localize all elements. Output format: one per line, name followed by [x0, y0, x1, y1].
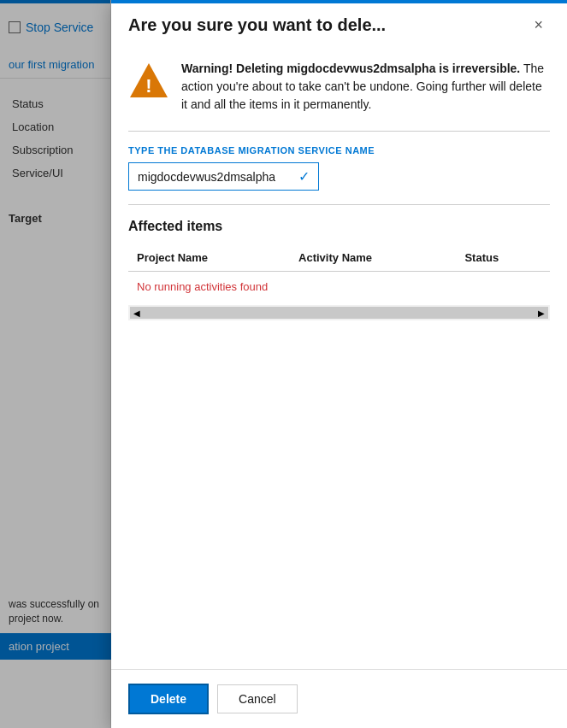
checkmark-icon: ✓	[298, 168, 310, 185]
warning-bold-text: Warning! Deleting migdocdevwus2dmsalpha …	[181, 62, 520, 75]
divider-1	[128, 131, 550, 132]
modal-footer: Delete Cancel	[111, 669, 567, 728]
horizontal-scrollbar[interactable]: ◀ ▶	[128, 305, 550, 320]
modal-close-button[interactable]: ×	[527, 14, 550, 36]
type-instruction-label: TYPE THE DATABASE MIGRATION SERVICE NAME	[128, 145, 550, 156]
service-name-input-wrapper[interactable]: ✓	[128, 162, 319, 191]
svg-text:!: !	[145, 75, 151, 97]
modal-header: Are you sure you want to dele... ×	[111, 0, 567, 46]
affected-items-title: Affected items	[128, 219, 550, 234]
warning-text: Warning! Deleting migdocdevwus2dmsalpha …	[181, 60, 550, 114]
cancel-button[interactable]: Cancel	[217, 684, 298, 713]
warning-section: ! Warning! Deleting migdocdevwus2dmsalph…	[128, 60, 550, 114]
delete-button[interactable]: Delete	[128, 684, 209, 714]
col-activity-name: Activity Name	[290, 244, 456, 272]
scroll-right-arrow[interactable]: ▶	[535, 307, 548, 319]
no-activities-message: No running activities found	[128, 272, 550, 302]
modal-body: ! Warning! Deleting migdocdevwus2dmsalph…	[111, 46, 567, 669]
col-project-name: Project Name	[128, 244, 290, 272]
service-name-input[interactable]	[138, 170, 292, 184]
divider-2	[128, 204, 550, 205]
warning-icon: !	[128, 60, 169, 101]
table-row: No running activities found	[128, 272, 550, 302]
delete-confirmation-modal: Are you sure you want to dele... × ! War…	[111, 0, 567, 728]
modal-title: Are you sure you want to dele...	[128, 15, 386, 35]
scrollbar-track[interactable]	[144, 307, 535, 319]
table-header-row: Project Name Activity Name Status	[128, 244, 550, 272]
affected-items-table: Project Name Activity Name Status No run…	[128, 244, 550, 302]
col-status: Status	[456, 244, 550, 272]
scroll-left-arrow[interactable]: ◀	[130, 307, 144, 319]
